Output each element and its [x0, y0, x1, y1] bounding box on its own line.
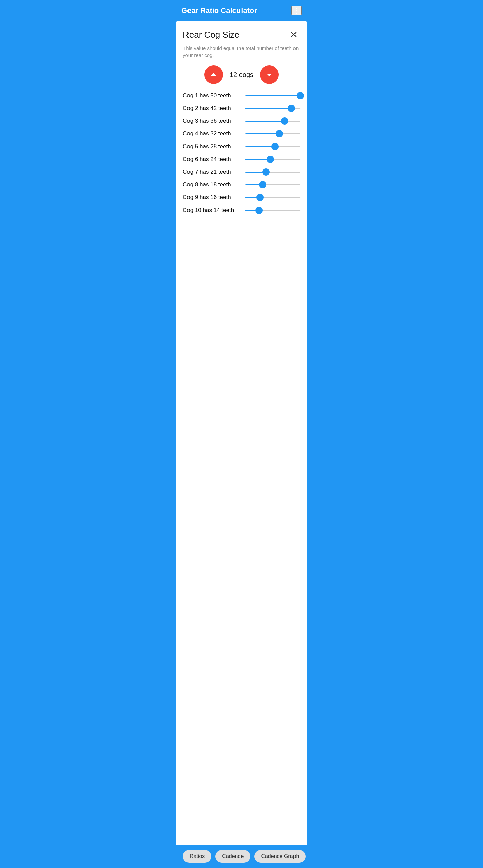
cog-2-slider-track: [245, 108, 300, 109]
cog-3-slider-thumb[interactable]: [281, 117, 289, 125]
cog-6-slider-container[interactable]: [245, 156, 300, 163]
cog-6-slider-track: [245, 159, 300, 160]
cog-4-row: Cog 4 has 32 teeth: [183, 130, 300, 137]
cog-2-row: Cog 2 has 42 teeth: [183, 105, 300, 112]
cog-8-slider-thumb[interactable]: [259, 181, 266, 188]
sheet-header: Rear Cog Size ✕: [183, 28, 300, 41]
cog-3-row: Cog 3 has 36 teeth: [183, 118, 300, 124]
cog-2-slider-fill: [245, 108, 292, 109]
cog-sliders-list: Cog 1 has 50 teethCog 2 has 42 teethCog …: [183, 92, 300, 214]
cog-7-slider-thumb[interactable]: [262, 168, 270, 176]
app-bar: Gear Ratio Calculator ⋮: [176, 0, 307, 22]
cog-2-slider-thumb[interactable]: [288, 104, 295, 112]
bottom-nav: RatiosCadenceCadence Graph: [176, 844, 307, 868]
cog-5-slider-track: [245, 146, 300, 147]
cog-1-slider-track: [245, 95, 300, 96]
cog-1-label: Cog 1 has 50 teeth: [183, 92, 240, 99]
cog-1-slider-thumb[interactable]: [297, 92, 304, 99]
cog-9-slider-track: [245, 197, 300, 198]
cog-4-slider-thumb[interactable]: [276, 130, 283, 137]
cog-6-row: Cog 6 has 24 teeth: [183, 156, 300, 163]
cog-7-slider-track: [245, 172, 300, 173]
arrow-down-icon: [265, 71, 273, 79]
cog-4-slider-track: [245, 133, 300, 134]
cog-6-label: Cog 6 has 24 teeth: [183, 156, 240, 163]
cog-5-slider-container[interactable]: [245, 143, 300, 150]
cog-7-label: Cog 7 has 21 teeth: [183, 168, 240, 175]
cog-10-row: Cog 10 has 14 teeth: [183, 207, 300, 214]
menu-button[interactable]: ⋮: [292, 6, 302, 16]
nav-chip-cadence-graph[interactable]: Cadence Graph: [254, 850, 306, 863]
cog-9-label: Cog 9 has 16 teeth: [183, 194, 240, 201]
arrow-up-icon: [210, 71, 218, 79]
nav-chip-ratios[interactable]: Ratios: [183, 850, 211, 863]
cog-8-label: Cog 8 has 18 teeth: [183, 181, 240, 188]
cog-8-slider-track: [245, 184, 300, 185]
cog-4-slider-container[interactable]: [245, 130, 300, 137]
cog-7-row: Cog 7 has 21 teeth: [183, 168, 300, 175]
cog-8-row: Cog 8 has 18 teeth: [183, 181, 300, 188]
cog-count-row: 12 cogs: [183, 65, 300, 84]
cog-1-slider-container[interactable]: [245, 92, 300, 99]
cog-4-slider-fill: [245, 133, 279, 134]
cog-10-slider-container[interactable]: [245, 207, 300, 214]
cog-3-slider-fill: [245, 121, 285, 122]
cog-3-label: Cog 3 has 36 teeth: [183, 118, 240, 124]
cog-9-slider-container[interactable]: [245, 194, 300, 201]
cog-count-decrease-button[interactable]: [260, 65, 279, 84]
cog-9-slider-thumb[interactable]: [256, 194, 264, 201]
cog-8-slider-container[interactable]: [245, 181, 300, 188]
nav-chip-cadence[interactable]: Cadence: [215, 850, 250, 863]
cog-5-slider-fill: [245, 146, 275, 147]
cog-10-slider-thumb[interactable]: [255, 207, 263, 214]
cog-10-label: Cog 10 has 14 teeth: [183, 207, 240, 214]
cog-4-label: Cog 4 has 32 teeth: [183, 130, 240, 137]
cog-7-slider-container[interactable]: [245, 168, 300, 175]
cog-3-slider-container[interactable]: [245, 118, 300, 124]
cog-5-row: Cog 5 has 28 teeth: [183, 143, 300, 150]
cog-10-slider-track: [245, 210, 300, 211]
cog-6-slider-thumb[interactable]: [267, 156, 274, 163]
sheet-description: This value should equal the total number…: [183, 44, 300, 59]
cog-5-slider-thumb[interactable]: [271, 143, 279, 150]
cog-9-row: Cog 9 has 16 teeth: [183, 194, 300, 201]
close-button[interactable]: ✕: [288, 28, 300, 41]
rear-cog-sheet: Rear Cog Size ✕ This value should equal …: [176, 22, 307, 868]
app-bar-title: Gear Ratio Calculator: [181, 6, 257, 15]
cog-count-increase-button[interactable]: [204, 65, 223, 84]
cog-3-slider-track: [245, 121, 300, 122]
sheet-title: Rear Cog Size: [183, 30, 240, 40]
cog-2-label: Cog 2 has 42 teeth: [183, 105, 240, 112]
cog-1-row: Cog 1 has 50 teeth: [183, 92, 300, 99]
cog-2-slider-container[interactable]: [245, 105, 300, 112]
cog-1-slider-fill: [245, 95, 300, 96]
cog-count-label: 12 cogs: [230, 71, 253, 79]
cog-5-label: Cog 5 has 28 teeth: [183, 143, 240, 150]
